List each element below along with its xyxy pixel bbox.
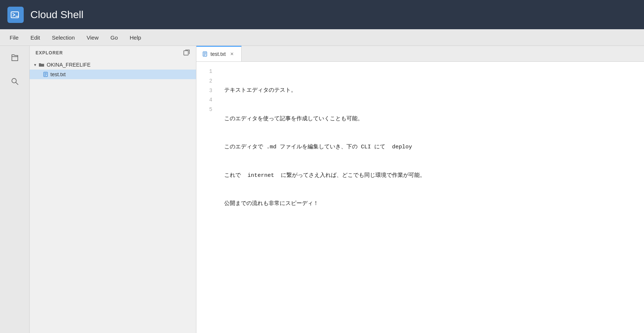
- svg-rect-5: [184, 51, 188, 55]
- menu-help[interactable]: Help: [124, 32, 147, 43]
- folder-name: OKINA_FREELIFE: [47, 62, 90, 68]
- line-num-3: 3: [196, 86, 212, 96]
- line-num-1: 1: [196, 67, 212, 77]
- activitybar: [0, 46, 30, 333]
- explorer-actions[interactable]: [183, 50, 190, 56]
- svg-line-4: [16, 83, 18, 85]
- menubar: File Edit Selection View Go Help: [0, 29, 644, 46]
- app-title: Cloud Shell: [30, 9, 83, 21]
- code-line-2: このエディタを使って記事を作成していくことも可能。: [224, 114, 637, 124]
- line-num-2: 2: [196, 77, 212, 86]
- titlebar: Cloud Shell: [0, 0, 644, 29]
- explorer-header: EXPLORER: [30, 46, 196, 60]
- explorer-title: EXPLORER: [36, 50, 63, 56]
- line-num-4: 4: [196, 95, 212, 105]
- menu-edit[interactable]: Edit: [24, 32, 46, 43]
- tab-test-txt[interactable]: test.txt ✕: [196, 46, 242, 61]
- line-numbers: 1 2 3 4 5: [196, 62, 217, 333]
- app-logo: [7, 7, 24, 23]
- tab-close-button[interactable]: ✕: [229, 51, 235, 57]
- file-test-txt[interactable]: test.txt: [30, 70, 196, 79]
- menu-go[interactable]: Go: [104, 32, 124, 43]
- code-line-3: このエディタで .md ファイルを編集していき、下の CLI にて deploy: [224, 142, 637, 152]
- editor-content[interactable]: 1 2 3 4 5 テキストエディタのテスト。 このエディタを使って記事を作成し…: [196, 62, 644, 333]
- file-tree: ▾ OKINA_FREELIFE test.txt: [30, 60, 196, 333]
- explorer-icon[interactable]: [7, 50, 23, 66]
- main-area: EXPLORER ▾ OKINA_FREELIFE: [0, 46, 644, 333]
- menu-view[interactable]: View: [81, 32, 104, 43]
- line-num-5: 5: [196, 105, 212, 115]
- tabs-bar: test.txt ✕: [196, 46, 644, 62]
- code-line-5: 公開までの流れも非常にスピーディ！: [224, 199, 637, 209]
- sidebar: EXPLORER ▾ OKINA_FREELIFE: [30, 46, 196, 333]
- search-icon[interactable]: [7, 73, 23, 90]
- tab-filename: test.txt: [210, 51, 226, 57]
- folder-okina-freelife[interactable]: ▾ OKINA_FREELIFE: [30, 60, 196, 70]
- editor-area: test.txt ✕ 1 2 3 4 5 テキストエディタのテスト。 このエディ…: [196, 46, 644, 333]
- svg-point-3: [12, 78, 16, 83]
- code-line-1: テキストエディタのテスト。: [224, 86, 637, 95]
- menu-file[interactable]: File: [4, 32, 24, 43]
- code-line-4: これで internet に繋がってさえ入れば、どこでも同じ環境で作業が可能。: [224, 171, 637, 181]
- file-name: test.txt: [50, 71, 66, 77]
- menu-selection[interactable]: Selection: [46, 32, 81, 43]
- code-area[interactable]: テキストエディタのテスト。 このエディタを使って記事を作成していくことも可能。 …: [217, 62, 644, 333]
